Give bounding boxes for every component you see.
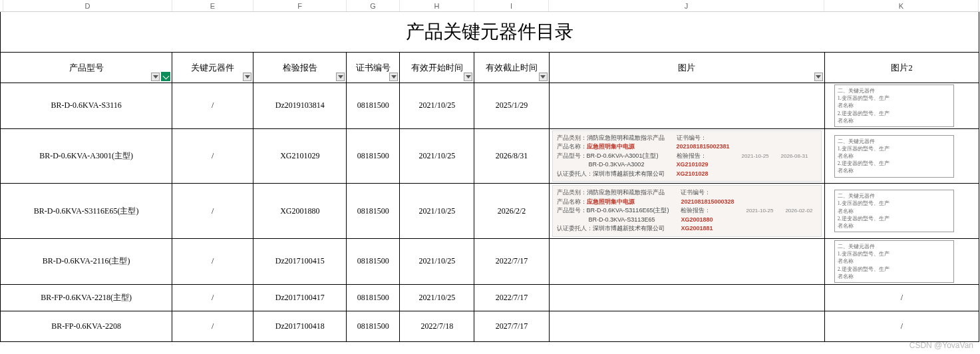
cell[interactable]: 2021/10/25 <box>400 284 474 311</box>
cell[interactable]: BR-FP-0.6KVA-2208 <box>1 311 172 341</box>
cell[interactable]: BR-FP-0.6KVA-2218(主型) <box>1 284 172 311</box>
table-row: BR-FP-0.6KVA-2218(主型)/Dz2017100417081815… <box>1 284 979 311</box>
th-valid-start[interactable]: 有效开始时间 <box>400 53 474 83</box>
data-table: 产品型号 关键元器件 检验报告 证书编号 <box>0 52 979 342</box>
filter-icon[interactable] <box>814 73 823 81</box>
cell[interactable]: BR-D-0.6KVA-A3001(主型) <box>1 128 172 184</box>
table-row: BR-D-0.6KVA-S3116E65(主型)/XG2001880081815… <box>1 184 979 239</box>
title-row: 产品关键元器件目录 <box>0 12 979 52</box>
table-row: BR-D-0.6KVA-S3116/Dz20191038140818150020… <box>1 83 979 129</box>
cell[interactable]: 2021/10/25 <box>400 83 474 129</box>
col-header-e[interactable]: E <box>172 0 253 11</box>
filter-icon[interactable] <box>389 73 398 81</box>
table-row: BR-D-0.6KVA-A3001(主型)/XG2101029081815002… <box>1 128 979 184</box>
cell[interactable]: 08181500 <box>347 311 400 341</box>
cell[interactable]: 2021/10/25 <box>400 238 474 284</box>
cell[interactable]: Dz2017100418 <box>253 311 347 341</box>
col-header-d[interactable]: D <box>3 0 172 11</box>
th-image2-label: 图片2 <box>891 63 913 73</box>
th-image-label: 图片 <box>678 63 695 73</box>
smart-tag-icon[interactable] <box>161 72 170 81</box>
cell[interactable]: 2022/7/17 <box>474 238 549 284</box>
cell[interactable]: 2021/10/25 <box>400 184 474 239</box>
th-valid-end[interactable]: 有效截止时间 <box>474 53 549 83</box>
cell[interactable]: / <box>172 284 253 311</box>
info-card: 产品类别：消防应急照明和疏散指示产品产品名称：应急照明集中电源产品型号：BR-D… <box>552 130 822 182</box>
cell[interactable]: / <box>172 238 253 284</box>
filter-icon[interactable] <box>336 73 345 81</box>
header-row: 产品型号 关键元器件 检验报告 证书编号 <box>1 53 979 83</box>
mini-card: 二、关键元器件1.变压器的型号、生产者名称2.逆变器的型号、生产者名称 <box>834 135 954 178</box>
th-inspection-report-label: 检验报告 <box>283 63 317 73</box>
column-header-row: D E F G H I J K <box>0 0 980 12</box>
th-key-component-label: 关键元器件 <box>191 63 234 73</box>
cell-image2[interactable]: 二、关键元器件1.变压器的型号、生产者名称2.逆变器的型号、生产者名称 <box>824 184 979 239</box>
cell[interactable]: / <box>172 184 253 239</box>
filter-icon[interactable] <box>243 73 251 81</box>
th-valid-start-label: 有效开始时间 <box>411 63 463 73</box>
cell[interactable]: 2026/8/31 <box>474 128 549 184</box>
cell[interactable]: BR-D-0.6KVA-S3116 <box>1 83 172 129</box>
th-inspection-report[interactable]: 检验报告 <box>253 53 347 83</box>
watermark: CSDN @YovaVan <box>909 341 973 342</box>
cell-image2[interactable]: 二、关键元器件1.变压器的型号、生产者名称2.逆变器的型号、生产者名称 <box>824 238 979 284</box>
cell[interactable]: Dz2017100415 <box>253 238 347 284</box>
table-row: BR-D-0.6KVA-2116(主型)/Dz20171004150818150… <box>1 238 979 284</box>
cell[interactable]: 2027/7/17 <box>474 311 549 341</box>
cell[interactable]: / <box>172 311 253 341</box>
filter-icon[interactable] <box>539 73 548 81</box>
cell-image[interactable] <box>549 238 824 284</box>
table-row: BR-FP-0.6KVA-2208/Dz20171004180818150020… <box>1 311 979 341</box>
col-header-i[interactable]: I <box>474 0 549 11</box>
filter-icon[interactable] <box>464 73 472 81</box>
th-valid-end-label: 有效截止时间 <box>486 63 538 73</box>
cell[interactable]: XG2101029 <box>253 128 347 184</box>
info-card: 产品类别：消防应急照明和疏散指示产品产品名称：应急照明集中电源产品型号：BR-D… <box>552 185 822 237</box>
col-header-f[interactable]: F <box>253 0 347 11</box>
mini-card: 二、关键元器件1.变压器的型号、生产者名称2.逆变器的型号、生产者名称 <box>834 85 954 127</box>
th-cert-no[interactable]: 证书编号 <box>347 53 400 83</box>
th-cert-no-label: 证书编号 <box>356 63 391 73</box>
mini-card: 二、关键元器件1.变压器的型号、生产者名称2.逆变器的型号、生产者名称 <box>834 240 954 283</box>
cell[interactable]: XG2001880 <box>253 184 347 239</box>
th-image[interactable]: 图片 <box>549 53 824 83</box>
cell[interactable]: / <box>172 128 253 184</box>
cell-image2[interactable]: 二、关键元器件1.变压器的型号、生产者名称2.逆变器的型号、生产者名称 <box>824 83 979 129</box>
cell-image2[interactable]: 二、关键元器件1.变压器的型号、生产者名称2.逆变器的型号、生产者名称 <box>824 128 979 184</box>
cell[interactable]: Dz2017100417 <box>253 284 347 311</box>
filter-icon[interactable] <box>151 73 160 81</box>
cell-image[interactable] <box>549 311 824 341</box>
cell-image2[interactable]: / <box>824 311 979 341</box>
cell-image[interactable] <box>549 284 824 311</box>
cell-image[interactable] <box>549 83 824 129</box>
cell[interactable]: 2022/7/18 <box>400 311 474 341</box>
cell[interactable]: 08181500 <box>347 238 400 284</box>
cell[interactable]: 08181500 <box>347 184 400 239</box>
th-model-label: 产品型号 <box>69 63 104 73</box>
cell[interactable]: 2026/2/2 <box>474 184 549 239</box>
cell[interactable]: / <box>172 83 253 129</box>
col-header-g[interactable]: G <box>347 0 400 11</box>
page-title: 产品关键元器件目录 <box>406 19 573 45</box>
col-header-k[interactable]: K <box>824 0 979 11</box>
cell-image2[interactable]: / <box>824 284 979 311</box>
col-header-h[interactable]: H <box>400 0 474 11</box>
mini-card: 二、关键元器件1.变压器的型号、生产者名称2.逆变器的型号、生产者名称 <box>834 190 954 232</box>
cell[interactable]: 2025/1/29 <box>474 83 549 129</box>
cell[interactable]: 08181500 <box>347 83 400 129</box>
col-header-j[interactable]: J <box>549 0 824 11</box>
cell[interactable]: Dz2019103814 <box>253 83 347 129</box>
cell-image[interactable]: 产品类别：消防应急照明和疏散指示产品产品名称：应急照明集中电源产品型号：BR-D… <box>549 184 824 239</box>
th-image2[interactable]: 图片2 <box>824 53 979 83</box>
th-key-component[interactable]: 关键元器件 <box>172 53 253 83</box>
cell[interactable]: 08181500 <box>347 284 400 311</box>
cell[interactable]: BR-D-0.6KVA-2116(主型) <box>1 238 172 284</box>
cell[interactable]: 2022/7/17 <box>474 284 549 311</box>
th-model[interactable]: 产品型号 <box>1 53 172 83</box>
cell[interactable]: BR-D-0.6KVA-S3116E65(主型) <box>1 184 172 239</box>
cell[interactable]: 2021/10/25 <box>400 128 474 184</box>
spreadsheet: D E F G H I J K 产品关键元器件目录 产品型号 <box>0 0 980 342</box>
cell[interactable]: 08181500 <box>347 128 400 184</box>
cell-image[interactable]: 产品类别：消防应急照明和疏散指示产品产品名称：应急照明集中电源产品型号：BR-D… <box>549 128 824 184</box>
